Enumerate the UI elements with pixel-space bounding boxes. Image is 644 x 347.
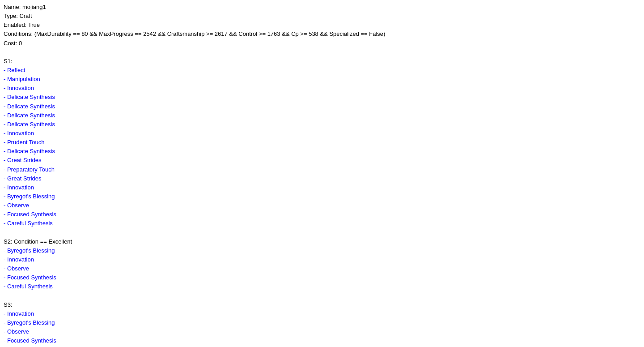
cost-label: Cost: 0 xyxy=(4,39,640,48)
s2-step-1: - Byregot's Blessing xyxy=(4,246,640,255)
name-label: Name: mojiang1 xyxy=(4,3,640,12)
s3-step-1: - Innovation xyxy=(4,309,640,318)
s3-step-3: - Observe xyxy=(4,327,640,336)
s1-step-10: - Delicate Synthesis xyxy=(4,147,640,156)
s2-step-2: - Innovation xyxy=(4,255,640,264)
s3-step-5: - Careful Synthesis xyxy=(4,345,640,347)
s1-step-1: - Reflect xyxy=(4,66,640,75)
s3-step-4: - Focused Synthesis xyxy=(4,336,640,345)
conditions-label: Conditions: (MaxDurability == 80 && MaxP… xyxy=(4,30,640,39)
blank-3 xyxy=(4,291,640,300)
s1-step-16: - Observe xyxy=(4,201,640,210)
s1-step-5: - Delicate Synthesis xyxy=(4,102,640,111)
s1-header: S1: xyxy=(4,57,640,66)
enabled-label: Enabled: True xyxy=(4,21,640,30)
main-container: Name: mojiang1 Type: Craft Enabled: True… xyxy=(0,0,644,347)
blank-2 xyxy=(4,228,640,237)
s1-step-14: - Innovation xyxy=(4,183,640,192)
blank-1 xyxy=(4,48,640,57)
s1-step-2: - Manipulation xyxy=(4,75,640,84)
s1-step-4: - Delicate Synthesis xyxy=(4,93,640,102)
s1-step-6: - Delicate Synthesis xyxy=(4,111,640,120)
type-label: Type: Craft xyxy=(4,12,640,21)
s2-step-3: - Observe xyxy=(4,264,640,273)
s3-header: S3: xyxy=(4,300,640,309)
s1-step-9: - Prudent Touch xyxy=(4,138,640,147)
s2-step-4: - Focused Synthesis xyxy=(4,273,640,282)
s3-step-2: - Byregot's Blessing xyxy=(4,318,640,327)
s1-step-18: - Careful Synthesis xyxy=(4,219,640,228)
s1-step-15: - Byregot's Blessing xyxy=(4,192,640,201)
s2-header: S2: Condition == Excellent xyxy=(4,237,640,246)
s1-step-11: - Great Strides xyxy=(4,156,640,165)
s1-step-12: - Preparatory Touch xyxy=(4,165,640,174)
s1-step-7: - Delicate Synthesis xyxy=(4,120,640,129)
s1-step-13: - Great Strides xyxy=(4,174,640,183)
s2-step-5: - Careful Synthesis xyxy=(4,282,640,291)
s1-step-3: - Innovation xyxy=(4,84,640,93)
s1-step-8: - Innovation xyxy=(4,129,640,138)
s1-step-17: - Focused Synthesis xyxy=(4,210,640,219)
content-area[interactable]: Name: mojiang1 Type: Craft Enabled: True… xyxy=(0,0,644,347)
